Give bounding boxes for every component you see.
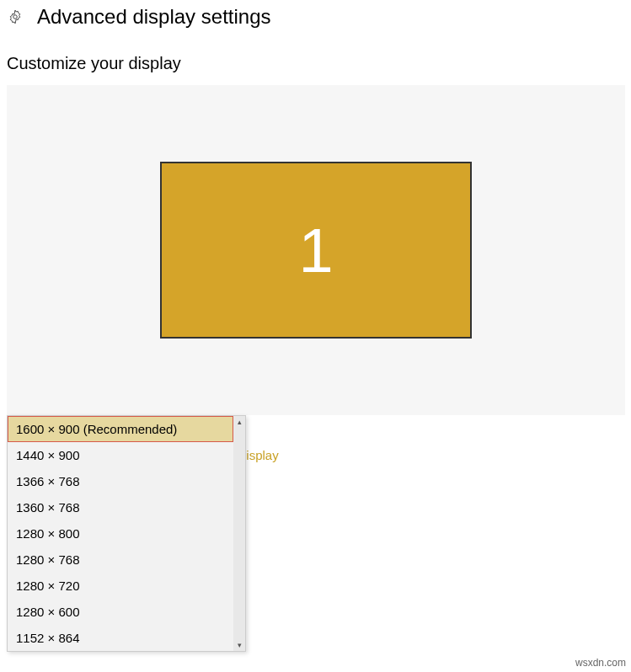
svg-point-0 <box>13 15 18 19</box>
resolution-option[interactable]: 1360 × 768 <box>8 494 233 520</box>
scrollbar[interactable]: ▴ ▾ <box>233 416 245 651</box>
scroll-down-icon[interactable]: ▾ <box>238 639 242 651</box>
resolution-option[interactable]: 1600 × 900 (Recommended) <box>8 416 233 442</box>
resolution-option[interactable]: 1280 × 800 <box>8 520 233 547</box>
gear-icon <box>7 8 24 25</box>
resolution-option[interactable]: 1440 × 900 <box>8 442 233 468</box>
scroll-up-icon[interactable]: ▴ <box>238 416 242 428</box>
dropdown-items: 1600 × 900 (Recommended) 1440 × 900 1366… <box>8 416 233 651</box>
resolution-option[interactable]: 1280 × 720 <box>8 573 233 599</box>
resolution-option[interactable]: 1152 × 864 <box>8 625 233 651</box>
watermark: wsxdn.com <box>575 657 626 669</box>
monitor-1[interactable]: 1 <box>160 162 472 339</box>
resolution-option[interactable]: 1366 × 768 <box>8 468 233 494</box>
page-title: Advanced display settings <box>37 5 271 29</box>
monitor-number: 1 <box>298 215 333 286</box>
customize-subtitle: Customize your display <box>0 29 631 85</box>
display-preview-area: 1 <box>7 85 625 415</box>
header: Advanced display settings <box>0 0 631 29</box>
resolution-option[interactable]: 1280 × 600 <box>8 599 233 625</box>
resolution-option[interactable]: 1280 × 768 <box>8 547 233 573</box>
resolution-dropdown: 1600 × 900 (Recommended) 1440 × 900 1366… <box>7 415 246 652</box>
